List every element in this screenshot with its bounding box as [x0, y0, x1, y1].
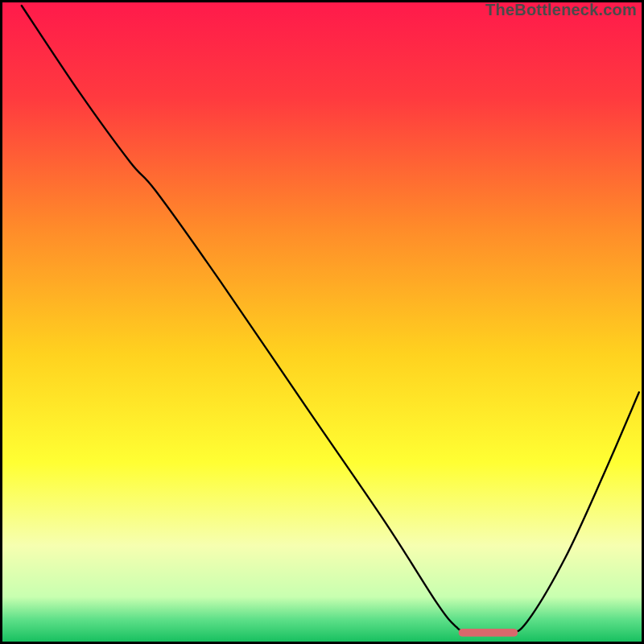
chart-background — [2, 2, 642, 642]
chart-frame: TheBottleneck.com — [0, 0, 644, 644]
bottleneck-chart — [2, 2, 642, 642]
attribution-label: TheBottleneck.com — [485, 1, 637, 19]
